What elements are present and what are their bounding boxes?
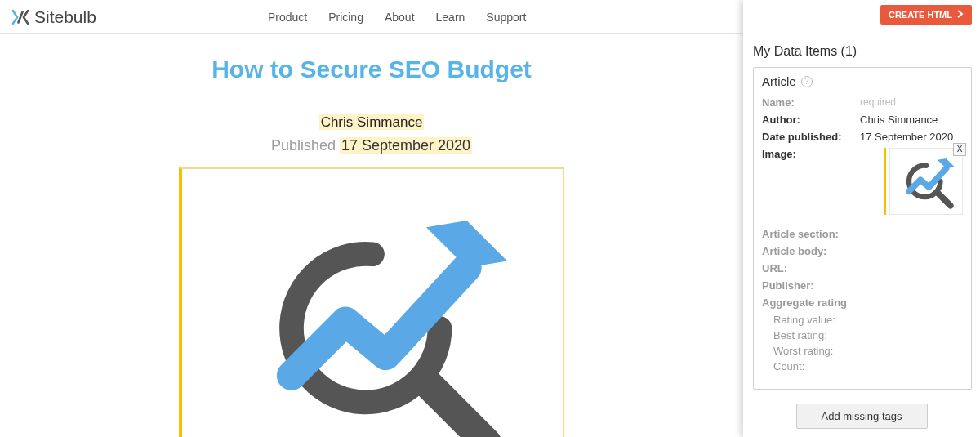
create-html-button[interactable]: CREATE HTML bbox=[880, 5, 972, 25]
nav-item-about[interactable]: About bbox=[385, 11, 415, 24]
field-article-body-label: Article body: bbox=[762, 245, 860, 257]
subfield-rating-value: Rating value: bbox=[762, 314, 963, 326]
card-title: Article bbox=[762, 74, 796, 88]
subfield-best-rating: Best rating: bbox=[762, 329, 963, 341]
field-image-label: Image: bbox=[762, 148, 860, 160]
field-url-label: URL: bbox=[762, 262, 860, 274]
create-html-label: CREATE HTML bbox=[889, 10, 952, 20]
published-label: Published bbox=[271, 137, 336, 154]
field-image-thumbnail bbox=[889, 148, 963, 215]
article-meta: Chris Simmance Published 17 September 20… bbox=[94, 114, 649, 154]
field-date-published-label: Date published: bbox=[762, 131, 860, 143]
article-hero-image bbox=[179, 167, 564, 437]
article-title: How to Secure SEO Budget bbox=[94, 56, 649, 83]
brand-logo: Sitebulb bbox=[10, 7, 96, 27]
svg-line-3 bbox=[937, 192, 950, 205]
help-icon[interactable]: ? bbox=[801, 76, 813, 87]
seo-chart-icon bbox=[238, 194, 507, 437]
remove-image-button[interactable]: X bbox=[953, 143, 966, 156]
primary-nav: Product Pricing About Learn Support bbox=[268, 11, 527, 24]
data-inspector-panel: CREATE HTML My Data Items (1) Article ? … bbox=[743, 0, 980, 437]
field-date-published-value: 17 September 2020 bbox=[860, 131, 963, 143]
nav-item-pricing[interactable]: Pricing bbox=[328, 11, 363, 24]
article: How to Secure SEO Budget Chris Simmance … bbox=[94, 34, 649, 437]
seo-chart-icon bbox=[898, 153, 955, 210]
nav-item-product[interactable]: Product bbox=[268, 11, 307, 24]
field-aggregate-rating-label: Aggregate rating bbox=[762, 297, 860, 309]
subfield-worst-rating: Worst rating: bbox=[762, 345, 963, 357]
svg-line-0 bbox=[18, 11, 22, 22]
field-publisher-label: Publisher: bbox=[762, 279, 860, 292]
svg-marker-4 bbox=[938, 158, 955, 168]
brand-name: Sitebulb bbox=[34, 7, 96, 27]
nav-item-learn[interactable]: Learn bbox=[436, 11, 466, 24]
subfield-count: Count: bbox=[762, 360, 963, 372]
published-date: 17 September 2020 bbox=[340, 137, 472, 154]
field-name-label: Name: bbox=[762, 96, 860, 109]
svg-line-1 bbox=[424, 380, 488, 437]
field-author-label: Author: bbox=[762, 114, 860, 126]
nav-item-support[interactable]: Support bbox=[486, 11, 526, 24]
field-name-required: required bbox=[860, 96, 963, 109]
field-article-section-label: Article section: bbox=[762, 228, 860, 240]
field-author-value: Chris Simmance bbox=[860, 114, 963, 126]
panel-heading: My Data Items (1) bbox=[753, 25, 972, 59]
add-missing-tags-button[interactable]: Add missing tags bbox=[796, 404, 928, 429]
chevron-right-icon bbox=[957, 10, 964, 20]
main-content: How to Secure SEO Budget Chris Simmance … bbox=[0, 34, 743, 437]
data-item-card: Article ? Name: required Author: Chris S… bbox=[753, 67, 972, 390]
svg-marker-2 bbox=[426, 221, 507, 268]
brand-logo-icon bbox=[10, 8, 31, 26]
article-author: Chris Simmance bbox=[319, 114, 425, 130]
